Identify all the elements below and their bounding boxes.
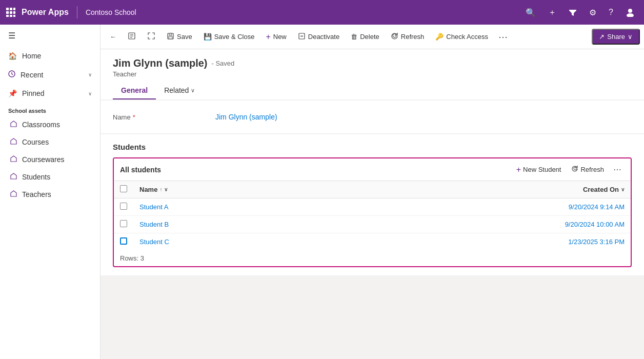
back-button[interactable]: ← [105,30,122,44]
grid-menu-icon[interactable] [6,8,15,17]
select-all-checkbox[interactable] [120,185,127,192]
sidebar: ☰ 🏠 Home Recent ∨ 📌 Pinned ∨ School asse… [0,25,100,359]
save-close-icon: 💾 [204,33,212,41]
delete-button[interactable]: 🗑 Delete [346,30,385,44]
new-student-button[interactable]: + New Student [512,163,566,176]
svg-rect-3 [6,11,9,14]
sidebar-item-classrooms[interactable]: Classrooms [0,116,100,133]
record-name: Jim Glynn (sample) [113,57,208,69]
table-row: Student A 9/20/2024 9:14 AM [114,198,631,216]
student-name-cell: Student B [133,216,316,233]
delete-label: Delete [360,33,379,41]
sidebar-home-label: Home [22,52,41,60]
rows-count: Rows: 3 [114,250,631,266]
pinned-icon: 📌 [8,89,17,97]
new-icon[interactable]: ＋ [545,4,559,21]
created-on-cell: 9/20/2024 10:00 AM [316,216,631,233]
refresh-icon [391,32,398,42]
filter-icon[interactable] [566,5,580,19]
row-checkbox[interactable] [120,220,127,227]
expand-button[interactable] [142,29,160,45]
back-icon: ← [110,33,116,41]
student-name-link[interactable]: Student A [139,203,168,211]
students-section: Students All students + New Student [100,134,644,275]
refresh-button[interactable]: Refresh [386,29,430,45]
school-assets-header: School assets [0,103,100,116]
sidebar-item-recent[interactable]: Recent ∨ [0,65,100,84]
sidebar-item-teachers[interactable]: Teachers [0,186,100,203]
tab-related-label: Related [164,86,189,94]
svg-rect-8 [13,15,15,17]
svg-rect-6 [6,15,9,17]
more-options-button[interactable]: ⋯ [494,28,512,46]
student-name-link[interactable]: Student C [139,238,169,246]
share-label: Share [607,33,625,41]
svg-rect-0 [6,8,9,10]
save-button[interactable]: Save [162,29,197,45]
classrooms-label: Classrooms [22,121,60,129]
hamburger-menu[interactable]: ☰ [0,25,100,47]
tab-related[interactable]: Related ∨ [156,82,203,99]
created-on-column-header[interactable]: Created On ∨ [316,181,631,198]
check-access-button[interactable]: 🔑 Check Access [430,30,493,44]
new-label: New [273,33,287,41]
help-icon[interactable]: ? [606,5,616,20]
sidebar-item-coursewares[interactable]: Coursewares [0,151,100,168]
row-checkbox-cell[interactable] [114,216,133,233]
app-name: Power Apps [22,8,69,17]
sidebar-item-pinned[interactable]: 📌 Pinned ∨ [0,84,100,103]
new-student-label: New Student [523,166,561,173]
share-chevron-icon: ∨ [628,33,633,41]
save-close-label: Save & Close [214,33,255,41]
sidebar-item-home[interactable]: 🏠 Home [0,47,100,65]
name-label: Name * [113,113,215,121]
courses-label: Courses [22,138,49,146]
name-value[interactable]: Jim Glynn (sample) [215,113,277,121]
name-field-row: Name * Jim Glynn (sample) [113,109,632,125]
sidebar-item-students[interactable]: Students [0,168,100,186]
grid-more-button[interactable]: ⋯ [610,163,625,176]
tab-general[interactable]: General [113,82,156,99]
refresh-label: Refresh [401,33,425,41]
students-table: Name ↑ ∨ Created On ∨ [114,181,631,250]
record-header: Jim Glynn (sample) - Saved Teacher Gener… [100,49,644,99]
form-section-name: Name * Jim Glynn (sample) [100,101,644,133]
top-navigation: Power Apps Contoso School 🔍 ＋ ⚙ ? [0,0,644,25]
row-checkbox[interactable] [120,237,127,245]
deactivate-label: Deactivate [308,33,339,41]
students-icon [10,173,17,181]
grid-refresh-button[interactable]: Refresh [567,163,608,176]
sidebar-pinned-label: Pinned [22,89,45,97]
svg-rect-4 [10,11,12,14]
students-section-title: Students [113,143,632,151]
home-icon: 🏠 [8,52,17,60]
created-on-chevron-icon: ∨ [621,187,625,192]
form-icon [128,32,136,42]
sidebar-item-courses[interactable]: Courses [0,133,100,151]
save-close-button[interactable]: 💾 Save & Close [198,30,260,44]
coursewares-label: Coursewares [22,155,64,164]
row-checkbox-cell[interactable] [114,233,133,251]
share-button[interactable]: ↗ Share ∨ [592,29,640,45]
grid-refresh-label: Refresh [580,166,604,173]
svg-rect-1 [10,8,12,10]
name-column-header[interactable]: Name ↑ ∨ [133,181,316,198]
deactivate-button[interactable]: Deactivate [293,29,345,45]
settings-icon[interactable]: ⚙ [586,5,599,21]
form-view-button[interactable] [123,29,141,45]
select-all-checkbox-header[interactable] [114,181,133,198]
svg-rect-7 [10,15,12,17]
record-container: Jim Glynn (sample) - Saved Teacher Gener… [100,49,644,359]
svg-marker-14 [11,156,16,162]
account-icon[interactable] [622,5,638,20]
search-icon[interactable]: 🔍 [522,5,539,21]
student-name-cell: Student A [133,198,316,216]
student-name-link[interactable]: Student B [139,221,169,228]
row-checkbox[interactable] [120,203,127,210]
new-button[interactable]: + New [260,29,291,45]
record-subtitle: Teacher [113,70,632,78]
nav-divider [77,6,77,18]
created-on-cell: 1/23/2025 3:16 PM [316,233,631,251]
row-checkbox-cell[interactable] [114,198,133,216]
expand-icon [147,32,155,42]
